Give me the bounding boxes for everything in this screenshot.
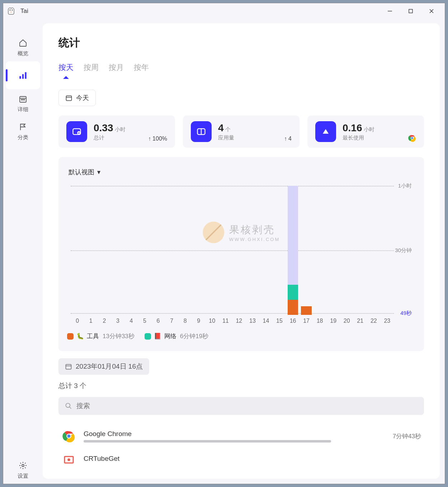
close-button[interactable] <box>421 4 442 18</box>
chart-legend: 🐛工具13分钟33秒📕网络6分钟19秒 <box>67 332 415 340</box>
svg-point-14 <box>22 464 24 467</box>
svg-line-28 <box>70 407 71 409</box>
calendar-icon <box>65 94 72 101</box>
sidebar-label: 设置 <box>18 473 28 479</box>
svg-rect-15 <box>66 96 72 100</box>
svg-rect-7 <box>22 74 24 79</box>
today-label: 今天 <box>76 94 89 102</box>
apps-delta: ↑4 <box>284 136 292 142</box>
legend-item: 📕网络6分钟19秒 <box>145 332 208 340</box>
svg-point-24 <box>411 137 413 139</box>
tabs: 按天 按周 按月 按年 <box>58 62 424 79</box>
tab-day[interactable]: 按天 <box>58 62 74 79</box>
today-button[interactable]: 今天 <box>58 90 96 106</box>
total-unit: 小时 <box>115 126 126 132</box>
sidebar-label: 详细 <box>18 106 28 113</box>
chart: 果核剥壳 WWW.GHXI.COM 1小时30分钟49秒 <box>71 186 412 315</box>
gear-icon <box>18 460 28 471</box>
sidebar-item-detail[interactable]: 详细 <box>6 89 40 117</box>
maximize-button[interactable] <box>400 4 421 18</box>
sidebar-label: 概览 <box>18 50 28 57</box>
apps-unit: 个 <box>225 126 231 132</box>
longest-value: 0.16 <box>343 122 362 133</box>
svg-rect-25 <box>66 364 71 369</box>
search-input[interactable] <box>76 402 418 410</box>
total-delta: ↑100% <box>148 136 167 142</box>
tab-month[interactable]: 按月 <box>109 62 124 79</box>
tab-week[interactable]: 按周 <box>84 62 99 79</box>
apps-icon <box>191 121 212 142</box>
main-panel: 统计 按天 按周 按月 按年 今天 0.33小时 总计 ↑100% <box>43 23 440 479</box>
app-time: 7分钟43秒 <box>393 432 421 440</box>
sidebar-item-settings[interactable]: 设置 <box>6 456 40 484</box>
card-longest: 0.16小时 最长使用 <box>307 115 424 148</box>
search-icon <box>65 402 72 410</box>
svg-point-0 <box>10 10 11 11</box>
titlebar: Tai <box>3 3 445 19</box>
svg-point-34 <box>67 458 70 461</box>
card-total: 0.33小时 总计 ↑100% <box>58 115 175 148</box>
svg-point-13 <box>24 99 25 100</box>
svg-rect-8 <box>25 72 26 79</box>
svg-point-27 <box>66 403 70 408</box>
svg-point-1 <box>12 10 13 11</box>
date-chip-text: 2023年01月04日 16点 <box>76 362 143 371</box>
sidebar-label: 分类 <box>18 134 28 141</box>
svg-rect-3 <box>409 9 412 13</box>
minimize-button[interactable] <box>379 4 400 18</box>
window-title: Tai <box>20 8 28 15</box>
calendar-icon <box>18 94 28 104</box>
sidebar-item-overview[interactable]: 概览 <box>6 33 40 61</box>
apps-value: 4 <box>218 122 224 133</box>
sidebar-item-stats[interactable] <box>6 61 40 89</box>
longest-label: 最长使用 <box>343 134 416 141</box>
bar-chart-icon <box>18 70 28 80</box>
apps-label: 应用量 <box>218 134 292 141</box>
page-title: 统计 <box>58 36 424 50</box>
app-row[interactable]: Google Chrome7分钟43秒 <box>58 424 424 448</box>
sidebar-item-category[interactable]: 分类 <box>6 117 40 145</box>
svg-point-11 <box>21 99 22 100</box>
chevron-down-icon: ▾ <box>97 168 100 176</box>
chart-panel: 默认视图 ▾ 果核剥壳 WWW.GHXI.COM 1小时30分钟49秒 0123… <box>58 157 424 351</box>
svg-point-12 <box>23 99 23 100</box>
arrow-up-icon: ↑ <box>148 136 151 142</box>
app-name: CRTubeGet <box>84 455 421 463</box>
app-list: Google Chrome7分钟43秒CRTubeGet <box>58 424 424 472</box>
chart-x-axis: 01234567891011121314151617181920212223 <box>71 318 394 324</box>
chrome-icon <box>408 134 416 142</box>
total-value: 0.33 <box>94 122 113 133</box>
arrow-up-icon: ↑ <box>284 136 287 142</box>
svg-rect-6 <box>19 76 21 79</box>
view-select-label: 默认视图 <box>69 168 94 176</box>
triangle-up-icon <box>315 121 336 142</box>
total-count: 总计 3 个 <box>58 381 424 391</box>
card-apps: 4个 应用量 ↑4 <box>183 115 300 148</box>
tab-year[interactable]: 按年 <box>134 62 149 79</box>
date-chip: 2023年01月04日 16点 <box>58 358 149 375</box>
crtube-icon <box>61 452 76 467</box>
chrome-icon <box>61 429 76 444</box>
view-select[interactable]: 默认视图 ▾ <box>67 166 102 179</box>
search-box[interactable] <box>58 397 424 415</box>
app-icon <box>6 6 16 16</box>
clock-icon <box>66 121 87 142</box>
flag-icon <box>18 122 28 132</box>
svg-point-31 <box>67 435 71 438</box>
home-icon <box>18 38 28 48</box>
longest-unit: 小时 <box>364 126 374 132</box>
app-row[interactable]: CRTubeGet <box>58 448 424 472</box>
legend-item: 🐛工具13分钟33秒 <box>67 332 135 340</box>
sidebar: 概览 详细 分类 设置 <box>3 19 43 484</box>
app-name: Google Chrome <box>84 430 386 438</box>
calendar-icon <box>65 363 72 370</box>
